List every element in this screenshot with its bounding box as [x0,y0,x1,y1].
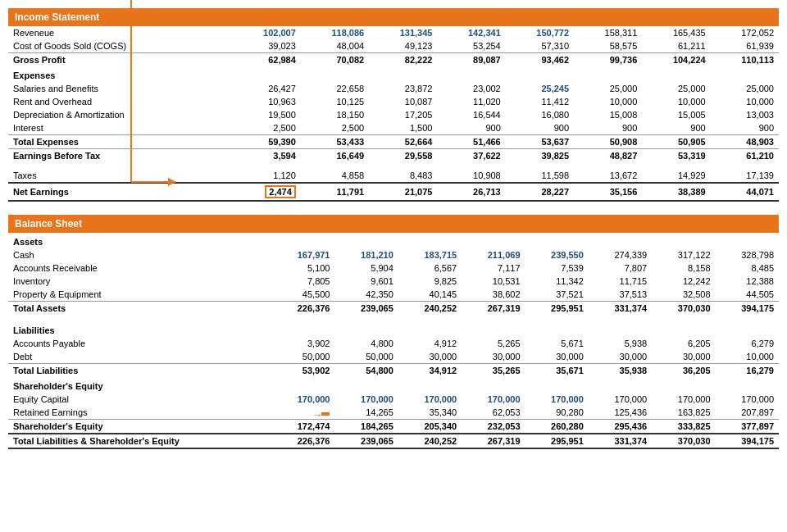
salaries-label: Salaries and Benefits [8,82,233,95]
inv-yr5: 11,342 [525,275,589,288]
prop-yr6: 37,513 [589,288,652,302]
ec-yr6: 170,000 [589,393,652,406]
re-yr6: 125,436 [589,406,652,420]
ap-yr3: 4,912 [398,337,462,350]
se-yr4: 232,053 [462,420,525,434]
retained-earnings-row: Retained Earnings → 14,265 35,340 62,053… [8,406,779,420]
cogs-yr4: 53,254 [437,39,505,53]
earnings-before-tax-label: Earnings Before Tax [8,149,233,163]
se-yr7: 333,825 [652,420,715,434]
gross-profit-yr3: 82,222 [369,53,437,67]
re-yr3: 35,340 [398,406,462,420]
taxes-row: Taxes 1,120 4,858 8,483 10,908 11,598 13… [8,169,779,183]
net-earnings-yr2: 11,791 [301,183,369,201]
se-yr1: 172,474 [271,420,334,434]
taxes-yr1: 1,120 [233,169,301,183]
revenue-yr5: 150,772 [506,26,574,39]
taxes-yr3: 8,483 [369,169,437,183]
ar-yr4: 7,117 [462,261,525,275]
tle-yr3: 240,252 [398,434,462,448]
interest-label: Interest [8,121,233,135]
ap-yr6: 5,938 [589,337,652,350]
ap-yr2: 4,800 [334,337,398,350]
tle-yr7: 370,030 [652,434,715,448]
ap-yr5: 5,671 [525,337,589,350]
ta-yr2: 239,065 [334,302,398,316]
prop-yr3: 40,145 [398,288,462,302]
gross-profit-row: Gross Profit 62,984 70,082 82,222 89,087… [8,53,779,67]
revenue-yr4: 142,341 [437,26,505,39]
inventory-label: Inventory [8,275,271,288]
salaries-yr6: 25,000 [574,82,642,95]
cash-row: Cash 167,971 181,210 183,715 211,069 239… [8,248,779,261]
rent-label: Rent and Overhead [8,95,233,108]
net-earnings-row: Net Earnings 2,474 11,791 21,075 26,713 … [8,183,779,201]
prop-yr8: 44,505 [716,288,779,302]
ebt-yr3: 29,558 [369,149,437,163]
earnings-before-tax-row: Earnings Before Tax 3,594 16,649 29,558 … [8,149,779,163]
ec-yr1: 170,000 [271,393,334,406]
net-earnings-yr5: 28,227 [506,183,574,201]
tl-yr3: 34,912 [398,364,462,378]
ar-yr2: 5,904 [334,261,398,275]
depreciation-yr5: 16,080 [506,108,574,121]
inv-yr6: 11,715 [589,275,652,288]
ec-yr3: 170,000 [398,393,462,406]
gross-profit-label: Gross Profit [8,53,233,67]
inv-yr2: 9,601 [334,275,398,288]
balance-sheet-header: Balance Sheet [8,215,779,233]
depreciation-row: Depreciation & Amortization 19,500 18,15… [8,108,779,121]
tle-yr5: 295,951 [525,434,589,448]
ebt-yr5: 39,825 [506,149,574,163]
cogs-yr8: 61,939 [711,39,779,53]
revenue-yr7: 165,435 [642,26,710,39]
shareholders-equity-label: Shareholder's Equity [8,420,271,434]
interest-row: Interest 2,500 2,500 1,500 900 900 900 9… [8,121,779,135]
income-statement-header: Income Statement [8,8,779,26]
revenue-yr2: 118,086 [301,26,369,39]
inv-yr3: 9,825 [398,275,462,288]
ebt-yr4: 37,622 [437,149,505,163]
salaries-yr4: 23,002 [437,82,505,95]
se-yr2: 184,265 [334,420,398,434]
ap-yr7: 6,205 [652,337,715,350]
salaries-yr2: 22,658 [301,82,369,95]
debt-yr7: 30,000 [652,350,715,364]
ta-yr6: 331,374 [589,302,652,316]
interest-yr4: 900 [437,121,505,135]
cogs-yr7: 61,211 [642,39,710,53]
ar-yr5: 7,539 [525,261,589,275]
total-liabilities-row: Total Liabilities 53,902 54,800 34,912 3… [8,364,779,378]
cash-yr1: 167,971 [271,248,334,261]
shareholders-equity-row: Shareholder's Equity 172,474 184,265 205… [8,420,779,434]
gross-profit-yr5: 93,462 [506,53,574,67]
se-yr3: 205,340 [398,420,462,434]
debt-yr8: 10,000 [716,350,779,364]
depreciation-yr4: 16,544 [437,108,505,121]
income-statement-section: Income Statement Reveneue 102,007 118,08… [8,8,779,202]
salaries-row: Salaries and Benefits 26,427 22,658 23,8… [8,82,779,95]
expenses-label-row: Expenses [8,66,779,82]
retained-earnings-label: Retained Earnings [8,406,271,420]
interest-yr2: 2,500 [301,121,369,135]
cash-yr3: 183,715 [398,248,462,261]
rent-yr1: 10,963 [233,95,301,108]
tl-yr7: 36,205 [652,364,715,378]
total-liabilities-equity-label: Total Liabilities & Shareholder's Equity [8,434,271,448]
salaries-yr8: 25,000 [711,82,779,95]
gross-profit-yr8: 110,113 [711,53,779,67]
tle-yr1: 226,376 [271,434,334,448]
debt-yr1: 50,000 [271,350,334,364]
spacer2 [8,315,779,321]
salaries-yr1: 26,427 [233,82,301,95]
income-statement-table: Reveneue 102,007 118,086 131,345 142,341… [8,26,779,202]
taxes-yr5: 11,598 [506,169,574,183]
ar-yr8: 8,485 [716,261,779,275]
net-earnings-yr7: 38,389 [642,183,710,201]
interest-yr8: 900 [711,121,779,135]
cash-yr5: 239,550 [525,248,589,261]
debt-yr3: 30,000 [398,350,462,364]
taxes-label: Taxes [8,169,233,183]
total-expenses-yr3: 52,664 [369,135,437,149]
net-earnings-yr6: 35,156 [574,183,642,201]
